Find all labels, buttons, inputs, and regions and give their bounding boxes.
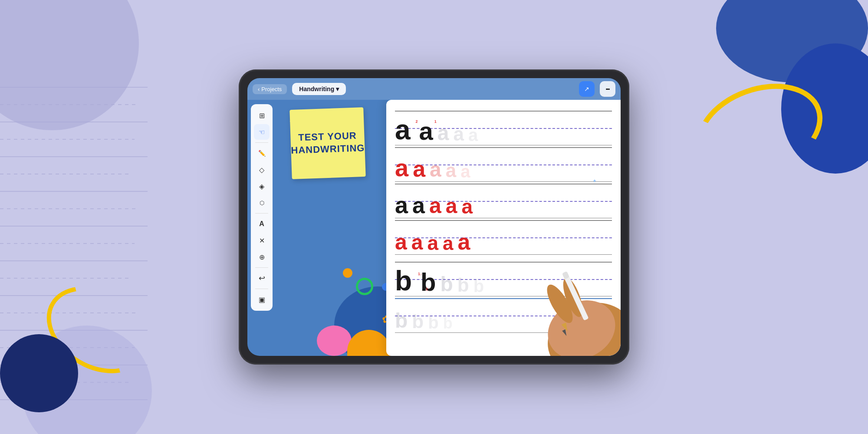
line-set-a-ending: a a a a a [395, 220, 612, 255]
letter-a-red-fade-2: a [446, 161, 456, 180]
hand-tool-btn[interactable]: ☜ [254, 124, 270, 140]
letter-a-red-fade-3: a [460, 163, 470, 180]
eraser-icon: ◇ [259, 166, 264, 174]
b-trace-num-1: 1↓ [418, 272, 422, 276]
target-tool-btn[interactable]: ⊕ [254, 249, 270, 265]
letter-a-red-3b: a [446, 196, 457, 217]
screen-orange-dot [343, 268, 352, 278]
more-icon: ••• [606, 86, 610, 92]
tool-sidebar: ⊞ ☜ ✏️ ◇ ◈ ⬡ A [251, 104, 273, 311]
select-tool-btn[interactable]: ⊞ [254, 108, 270, 123]
letter-b-prac-1: b [395, 310, 408, 331]
letter-a-red-3: a [429, 195, 441, 217]
delete-tool-btn[interactable]: ✕ [254, 233, 270, 248]
app-title: Handwriting [299, 85, 334, 92]
shape-icon: ⬡ [260, 200, 264, 206]
letter-row-2: a a a a a [395, 147, 612, 182]
toolbar-divider-3 [255, 267, 268, 268]
sticky-line2: HANDWRITING [291, 142, 365, 156]
page-view-icon: ▣ [259, 296, 265, 304]
letter-a-end-5: a [458, 230, 470, 253]
letter-a-end-1: a [395, 231, 407, 253]
title-chevron-icon: ▾ [336, 85, 339, 92]
tablet-screen: ‹ Projects Handwriting ▾ ↗ ••• [247, 78, 621, 356]
letter-b-fade-2: b [457, 276, 469, 295]
line-set-a-mixed: a a a a a [395, 184, 612, 218]
letter-b-prac-2: b [412, 312, 424, 331]
title-button[interactable]: Handwriting ▾ [292, 83, 346, 95]
undo-icon: ↩ [259, 273, 265, 283]
toolbar-divider-4 [255, 289, 268, 289]
letter-a-end-4: a [443, 234, 453, 253]
eraser-tool-btn[interactable]: ◇ [254, 162, 270, 178]
letter-row-1: a a 2 1 a a a [395, 111, 612, 145]
text-tool-btn[interactable]: A [254, 216, 270, 232]
back-chevron-icon: ‹ [258, 86, 260, 92]
line-set-a-demo: a a 2 1 a a a [395, 111, 612, 145]
letter-a-red-3c: a [461, 197, 473, 217]
text-icon: A [259, 220, 264, 228]
select-icon: ⊞ [259, 112, 265, 120]
letter-a-trace: a [419, 117, 433, 145]
letter-a-red-1: a [395, 156, 408, 180]
sticky-line1: TEST YOUR [298, 130, 357, 143]
b-trace-num-2: 2 [426, 287, 428, 291]
letter-b-trace: b [421, 268, 436, 296]
letter-a-fade-3: a [468, 126, 478, 144]
screen-green-circle [356, 278, 373, 295]
delete-icon: ✕ [259, 237, 265, 245]
letter-a-fade-2: a [454, 125, 464, 144]
tablet-device: ‹ Projects Handwriting ▾ ↗ ••• [239, 69, 629, 365]
projects-label: Projects [261, 86, 282, 92]
pen-tool-btn[interactable]: ✏️ [254, 145, 270, 161]
letter-a-fade-1: a [437, 123, 449, 144]
letter-a-red-2: a [413, 158, 425, 180]
bg-circle-dark [0, 334, 78, 412]
fill-icon: ◈ [259, 182, 264, 191]
share-button[interactable]: ↗ [579, 81, 595, 97]
top-bar: ‹ Projects Handwriting ▾ ↗ ••• [247, 78, 621, 100]
fill-tool-btn[interactable]: ◈ [254, 178, 270, 194]
target-icon: ⊕ [259, 253, 265, 261]
share-icon: ↗ [584, 85, 589, 92]
letter-a-trace-container: a 2 1 [419, 118, 433, 144]
toolbar-divider-1 [255, 142, 268, 143]
letter-b-prac-3: b [428, 314, 438, 331]
star-small-icon: ✦ [592, 178, 597, 184]
letter-a-big: a [395, 116, 411, 144]
letter-row-4: a a a a a [395, 220, 612, 255]
letter-b-big: b [395, 267, 412, 295]
main-area: ✿ ⊞ ☜ [247, 100, 621, 356]
letter-b-trace-container: b 1↓ 2 [421, 270, 436, 295]
line-set-a-red: a a a a a [395, 147, 612, 182]
letter-a-black-3: a [395, 193, 408, 217]
letter-row-3: a a a a a [395, 184, 612, 218]
hand-stylus [525, 260, 621, 356]
letter-a-red-fade-1: a [430, 159, 441, 180]
bg-blob-tl [0, 0, 139, 130]
letter-b-fade-1: b [441, 274, 453, 295]
trace-num-1: 1 [434, 119, 437, 124]
trace-num-2: 2 [416, 119, 418, 124]
sticky-note: TEST YOUR HANDWRITING [289, 107, 365, 179]
screen-pink-blob [317, 326, 352, 356]
page-view-btn[interactable]: ▣ [254, 292, 270, 307]
shape-tool-btn[interactable]: ⬡ [254, 195, 270, 210]
undo-button[interactable]: ↩ [254, 270, 270, 286]
projects-button[interactable]: ‹ Projects [253, 84, 287, 94]
letter-b-prac-4: b [443, 316, 453, 331]
toolbar-divider-2 [255, 213, 268, 214]
letter-a-black-3b: a [412, 194, 425, 217]
letter-b-fade-3: b [473, 277, 484, 295]
sticky-note-text: TEST YOUR HANDWRITING [290, 129, 365, 157]
pen-icon: ✏️ [258, 150, 266, 157]
letter-a-end-3: a [427, 233, 439, 253]
letter-a-end-2: a [411, 232, 423, 253]
hand-icon: ☜ [259, 128, 265, 136]
more-button[interactable]: ••• [600, 81, 615, 97]
